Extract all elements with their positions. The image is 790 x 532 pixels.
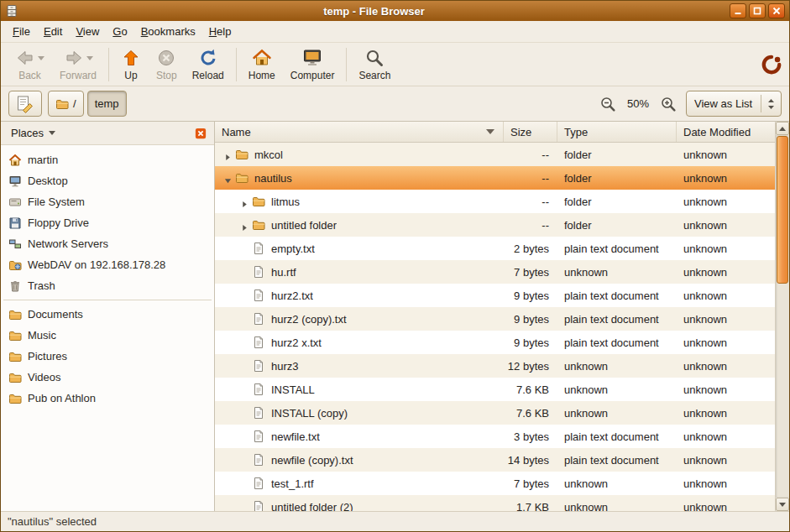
expander-collapsed-icon[interactable] xyxy=(220,143,235,166)
sidebar-item-webdav-on-192-168-178-28[interactable]: WebDAV on 192.168.178.28 xyxy=(1,254,214,275)
table-row[interactable]: hurz2 (copy).txt9 bytesplain text docume… xyxy=(215,307,775,331)
menu-item-bookmarks[interactable]: Bookmarks xyxy=(134,21,202,42)
stop-button[interactable]: Stop xyxy=(149,45,185,84)
table-row[interactable]: INSTALL7.6 KBunknownunknown xyxy=(215,378,775,401)
close-button[interactable] xyxy=(768,3,785,18)
sidebar-item-label: WebDAV on 192.168.178.28 xyxy=(28,258,165,271)
path-button-temp[interactable]: temp xyxy=(87,91,127,117)
table-row[interactable]: untitled folder--folderunknown xyxy=(215,213,775,237)
table-row[interactable]: litmus--folderunknown xyxy=(215,190,775,213)
table-row[interactable]: INSTALL (copy)7.6 KBunknownunknown xyxy=(215,401,775,425)
webdav-icon xyxy=(8,258,22,272)
sidebar-item-documents[interactable]: Documents xyxy=(1,304,214,325)
table-row[interactable]: mkcol--folderunknown xyxy=(215,143,775,166)
expander-collapsed-icon[interactable] xyxy=(237,213,252,237)
file-date-modified: unknown xyxy=(683,289,727,302)
sidebar-item-music[interactable]: Music xyxy=(1,325,214,346)
table-row[interactable]: hurz2.txt9 bytesplain text documentunkno… xyxy=(215,284,775,307)
sidebar-separator xyxy=(3,300,212,300)
scroll-up-icon xyxy=(779,127,786,131)
main-content: Places martinDesktopFile SystemFloppy Dr… xyxy=(1,122,789,511)
table-row[interactable]: newfile.txt3 bytesplain text documentunk… xyxy=(215,425,775,448)
table-row[interactable]: hurz312 bytesunknownunknown xyxy=(215,354,775,378)
sidebar-item-floppy-drive[interactable]: Floppy Drive xyxy=(1,212,214,233)
home-button[interactable]: Home xyxy=(241,45,283,84)
text-file-icon xyxy=(252,289,265,302)
zoom-out-button[interactable] xyxy=(599,96,616,112)
table-row[interactable]: untitled folder (2)1.7 KBunknownunknown xyxy=(215,495,775,511)
computer-button[interactable]: Computer xyxy=(283,45,343,84)
expander-spacer xyxy=(237,401,252,425)
column-header-label: Type xyxy=(564,126,588,138)
file-size: 2 bytes xyxy=(514,243,549,255)
expander-collapsed-icon[interactable] xyxy=(237,190,252,213)
path-button-root[interactable]: / xyxy=(48,91,84,117)
zoom-in-button[interactable] xyxy=(660,96,677,112)
sidebar-item-network-servers[interactable]: Network Servers xyxy=(1,233,214,254)
sidebar-item-pictures[interactable]: Pictures xyxy=(1,346,214,367)
table-row[interactable]: nautilus--folderunknown xyxy=(215,166,775,190)
table-row[interactable]: newfile (copy).txt14 bytesplain text doc… xyxy=(215,448,775,472)
status-text: "nautilus" selected xyxy=(8,515,97,528)
file-name: untitled folder xyxy=(271,219,337,232)
scrollbar-track[interactable] xyxy=(776,135,789,498)
file-name: empty.txt xyxy=(271,243,315,255)
scroll-up-button[interactable] xyxy=(776,122,789,135)
folder-icon xyxy=(8,329,22,342)
scroll-down-button[interactable] xyxy=(776,498,789,511)
back-button[interactable]: Back xyxy=(8,45,52,84)
file-type: unknown xyxy=(564,360,608,373)
file-size: -- xyxy=(541,219,549,232)
menu-item-help[interactable]: Help xyxy=(202,21,238,42)
reload-button[interactable]: Reload xyxy=(185,45,232,84)
file-name: test_1.rtf xyxy=(271,477,314,490)
sidebar-item-desktop[interactable]: Desktop xyxy=(1,170,214,191)
column-header-size[interactable]: Size xyxy=(504,122,557,142)
column-header-date-modified[interactable]: Date Modified xyxy=(677,122,775,142)
combo-separator xyxy=(761,95,761,112)
toolbar-button-label: Up xyxy=(124,70,137,81)
table-row[interactable]: hurz2 x.txt9 bytesplain text documentunk… xyxy=(215,331,775,354)
file-date-modified: unknown xyxy=(683,477,727,490)
menu-item-file[interactable]: File xyxy=(6,21,37,42)
location-bar: /temp 50% View as List xyxy=(1,86,789,122)
menu-item-edit[interactable]: Edit xyxy=(37,21,69,42)
file-name: hurz2 x.txt xyxy=(271,336,322,349)
file-date-modified: unknown xyxy=(683,313,727,326)
scrollbar-thumb[interactable] xyxy=(777,136,788,284)
search-button[interactable]: Search xyxy=(351,45,398,84)
expander-expanded-icon[interactable] xyxy=(220,166,235,190)
sidebar-item-file-system[interactable]: File System xyxy=(1,191,214,212)
combo-stepper-icon xyxy=(767,98,775,110)
sidebar-item-martin[interactable]: martin xyxy=(1,149,214,170)
column-header-label: Date Modified xyxy=(683,126,751,138)
menu-item-go[interactable]: Go xyxy=(106,21,133,42)
column-header-name[interactable]: Name xyxy=(215,122,504,142)
table-row[interactable]: empty.txt2 bytesplain text documentunkno… xyxy=(215,237,775,260)
sidebar-item-label: Music xyxy=(28,329,56,342)
forward-button[interactable]: Forward xyxy=(52,45,104,84)
file-type: plain text document xyxy=(564,430,659,443)
places-selector[interactable]: Places xyxy=(6,124,60,142)
sort-desc-icon xyxy=(486,129,494,134)
vertical-scrollbar[interactable] xyxy=(775,122,789,511)
folder-icon xyxy=(252,218,265,232)
table-row[interactable]: test_1.rtf7 bytesunknownunknown xyxy=(215,472,775,495)
window-controls xyxy=(730,3,785,18)
view-mode-select[interactable]: View as List xyxy=(686,91,782,117)
sidebar-item-trash[interactable]: Trash xyxy=(1,275,214,296)
edit-location-button[interactable] xyxy=(8,91,42,117)
titlebar[interactable]: temp - File Browser xyxy=(1,1,789,21)
sidebar-close-button[interactable] xyxy=(192,125,209,142)
sidebar-item-videos[interactable]: Videos xyxy=(1,367,214,388)
table-row[interactable]: hu.rtf7 bytesunknownunknown xyxy=(215,260,775,284)
maximize-button[interactable] xyxy=(749,3,766,18)
file-date-modified: unknown xyxy=(683,360,727,373)
column-header-type[interactable]: Type xyxy=(557,122,677,142)
minimize-button[interactable] xyxy=(730,3,746,18)
file-size: 14 bytes xyxy=(508,454,549,467)
menu-item-view[interactable]: View xyxy=(69,21,106,42)
file-type: plain text document xyxy=(564,336,659,349)
up-button[interactable]: Up xyxy=(113,45,149,84)
sidebar-item-pub-on-athlon[interactable]: Pub on Athlon xyxy=(1,388,214,409)
